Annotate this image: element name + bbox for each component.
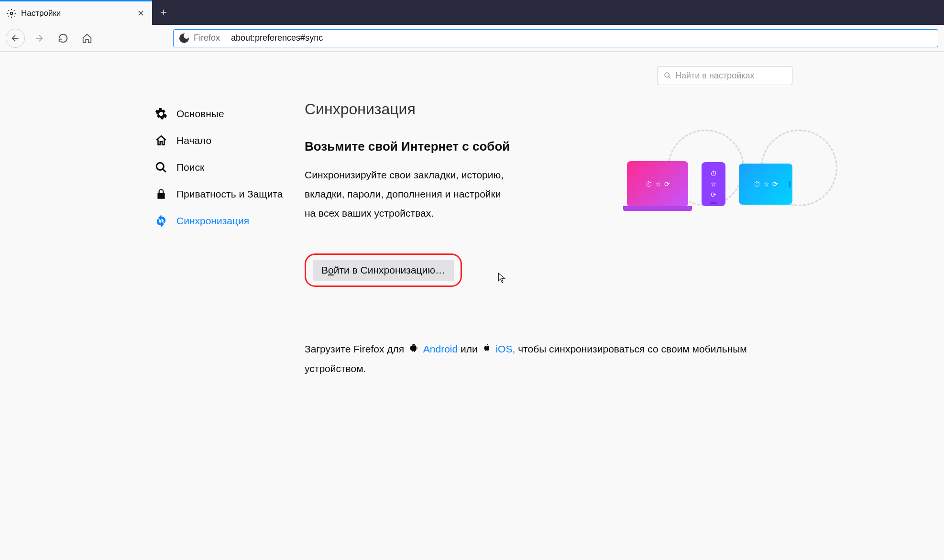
signin-highlight: Войти в Синхронизацию… xyxy=(305,253,462,287)
preferences-search[interactable] xyxy=(658,66,792,85)
search-icon xyxy=(664,72,671,79)
preferences-sidebar: Основные Начало Поиск xyxy=(152,66,300,378)
search-icon xyxy=(154,161,168,174)
home-icon xyxy=(154,134,168,147)
sidebar-item-sync[interactable]: Синхронизация xyxy=(152,208,300,234)
android-icon xyxy=(409,340,418,359)
sidebar-item-general[interactable]: Основные xyxy=(152,100,300,127)
sync-subheading: Возьмите свой Интернет с собой xyxy=(305,139,598,154)
search-input[interactable] xyxy=(675,71,786,81)
browser-tab[interactable]: Настройки ✕ xyxy=(0,0,152,25)
tab-title: Настройки xyxy=(21,9,131,18)
page-title: Синхронизация xyxy=(305,100,792,118)
svg-point-1 xyxy=(665,73,669,77)
sidebar-item-home[interactable]: Начало xyxy=(152,127,300,154)
sync-devices-illustration: ⏱☆⟳ ⏱☆⟳ ⏱☆⟳ xyxy=(627,139,792,223)
gear-icon xyxy=(154,107,168,121)
sidebar-item-label: Основные xyxy=(176,108,224,120)
url-text: about:preferences#sync xyxy=(231,33,932,43)
sidebar-item-label: Приватность и Защита xyxy=(176,188,283,200)
sidebar-item-privacy[interactable]: Приватность и Защита xyxy=(152,181,300,208)
lock-icon xyxy=(154,187,168,201)
sidebar-item-label: Начало xyxy=(176,135,211,146)
firefox-icon xyxy=(179,33,189,43)
back-button[interactable] xyxy=(6,29,25,48)
svg-point-2 xyxy=(156,163,164,170)
sidebar-item-search[interactable]: Поиск xyxy=(152,154,300,181)
sidebar-item-label: Синхронизация xyxy=(176,215,249,227)
svg-point-0 xyxy=(11,12,13,14)
gear-icon xyxy=(7,9,16,18)
signin-sync-button[interactable]: Войти в Синхронизацию… xyxy=(313,260,454,281)
ios-link[interactable]: iOS, xyxy=(495,343,515,354)
sidebar-item-label: Поиск xyxy=(176,162,204,173)
forward-button[interactable] xyxy=(30,29,49,48)
tab-bar: Настройки ✕ xyxy=(0,0,944,25)
browser-toolbar: Firefox about:preferences#sync xyxy=(0,25,944,52)
identity-label: Firefox xyxy=(194,33,226,43)
download-mobile-text: Загрузите Firefox для Android или iOS, ч… xyxy=(305,340,792,378)
phone-icon: ⏱☆⟳ xyxy=(702,162,725,206)
sync-panel: Синхронизация Возьмите свой Интернет с с… xyxy=(300,66,792,378)
new-tab-button[interactable] xyxy=(152,0,175,25)
android-link[interactable]: Android xyxy=(423,343,458,354)
reload-button[interactable] xyxy=(54,29,73,48)
sync-icon xyxy=(154,214,168,228)
home-button[interactable] xyxy=(77,29,97,48)
url-bar[interactable]: Firefox about:preferences#sync xyxy=(173,29,938,47)
apple-icon xyxy=(483,340,491,359)
laptop-icon: ⏱☆⟳ xyxy=(627,161,688,207)
cursor-icon xyxy=(498,273,506,283)
close-icon[interactable]: ✕ xyxy=(136,9,145,18)
sync-description: Синхронизируйте свои закладки, историю, … xyxy=(305,165,510,223)
tablet-icon: ⏱☆⟳ xyxy=(739,164,792,205)
